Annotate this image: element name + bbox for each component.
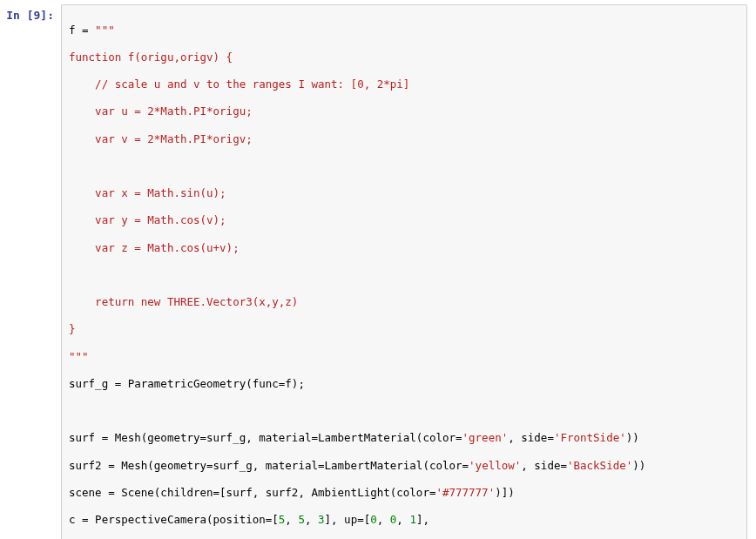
input-prompt: In [9]: — [0, 4, 61, 539]
code-line: // scale u and v to the ranges I want: [… — [69, 77, 739, 91]
code-line: f = """ — [69, 24, 739, 37]
code-input[interactable]: f = """ function f(origu,origv) { // sca… — [61, 4, 747, 539]
code-line: } — [69, 322, 739, 336]
code-line: var u = 2*Math.PI*origu; — [69, 104, 739, 118]
code-line: var y = Math.cos(v); — [69, 213, 739, 227]
code-line: c = PerspectiveCamera(position=[5, 5, 3]… — [69, 513, 739, 527]
code-line: surf2 = Mesh(geometry=surf_g, material=L… — [69, 459, 739, 473]
code-line — [69, 404, 739, 418]
code-line: var v = 2*Math.PI*origv; — [69, 132, 739, 146]
code-line: return new THREE.Vector3(x,y,z) — [69, 295, 739, 309]
code-line: scene = Scene(children=[surf, surf2, Amb… — [69, 486, 739, 500]
code-line — [69, 159, 739, 173]
code-line: surf = Mesh(geometry=surf_g, material=La… — [69, 431, 739, 445]
code-line: function f(origu,origv) { — [69, 51, 739, 64]
code-line: """ — [69, 350, 739, 364]
code-line: var x = Math.sin(u); — [69, 186, 739, 200]
code-line: surf_g = ParametricGeometry(func=f); — [69, 377, 739, 391]
code-line — [69, 268, 739, 282]
code-cell: In [9]: f = """ function f(origu,origv) … — [0, 0, 756, 539]
code-line: var z = Math.cos(u+v); — [69, 241, 739, 255]
